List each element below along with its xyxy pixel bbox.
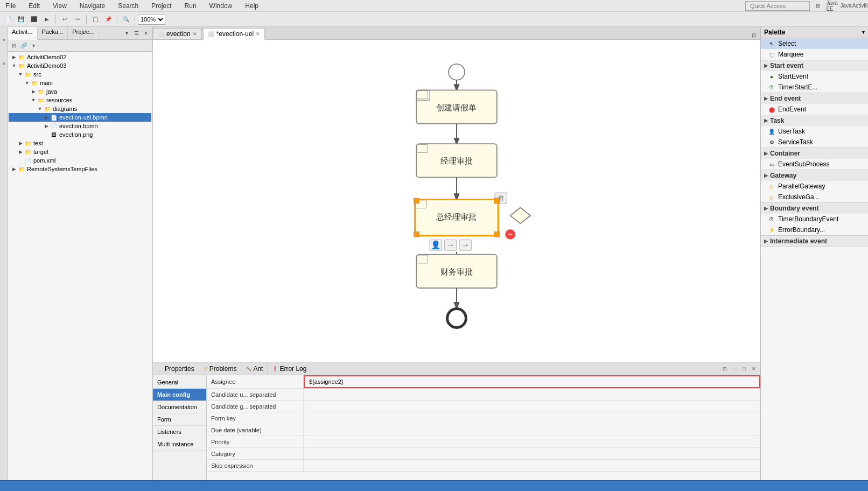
palette-item-exclusivegateway[interactable]: ◇ ExclusiveGa... <box>761 192 868 202</box>
panel-tab-project[interactable]: Projec... <box>68 27 99 39</box>
priority-input[interactable] <box>306 437 758 444</box>
prop-tab-ant[interactable]: 🔨 Ant <box>241 363 268 374</box>
palette-item-marquee[interactable]: ⬚ Marquee <box>761 49 868 60</box>
copy-btn[interactable]: 📋 <box>89 13 101 25</box>
toggle-evection-bpmn[interactable]: ▶ <box>43 123 50 129</box>
prop-value-category[interactable] <box>304 448 760 459</box>
palette-section-container-header[interactable]: ▶ Container <box>761 148 868 159</box>
palette-item-timerboundary[interactable]: ⏱ TimerBoundaryEvent <box>761 214 868 225</box>
end-event[interactable] <box>447 309 466 328</box>
prop-value-form-key[interactable] <box>304 412 760 424</box>
sidebar-icon-2[interactable]: ≡ <box>1 53 7 74</box>
menu-run[interactable]: Run <box>181 1 200 11</box>
prop-tab-problems[interactable]: ⚠ Problems <box>199 363 242 374</box>
tree-item-activitidemo03[interactable]: ▼ 📁 ActivitiDemo03 <box>9 61 151 70</box>
toggle-activitidemo02[interactable]: ▶ <box>11 54 17 60</box>
editor-tab-evection[interactable]: ⬜ evection ✕ <box>153 28 202 39</box>
panel-menu-btn[interactable]: ☰ <box>132 29 141 38</box>
prop-section-mainconfig[interactable]: Main config <box>153 389 206 401</box>
editor-tab-evection-uel[interactable]: ⬜ *evection-uel ✕ <box>203 28 265 40</box>
prop-value-candidate-users[interactable] <box>304 389 760 400</box>
palette-collapse-btn[interactable]: ▾ <box>862 30 865 35</box>
activiti-btn[interactable]: Activiti <box>854 0 866 12</box>
prop-section-multiinstance[interactable]: Multi instance <box>153 438 206 451</box>
palette-item-parallelgateway[interactable]: ◇ ParallelGateway <box>761 181 868 192</box>
editor-maximize-btn[interactable]: ⊡ <box>750 31 758 39</box>
candidate-users-input[interactable] <box>306 390 758 396</box>
palette-item-endevent[interactable]: ⬤ EndEvent <box>761 104 868 115</box>
undo-btn[interactable]: ↩ <box>59 13 71 25</box>
collapse-all-btn[interactable]: ⊟ <box>10 41 18 50</box>
java-btn[interactable]: Java <box>840 0 852 12</box>
tree-item-resources[interactable]: ▼ 📁 resources <box>9 96 151 104</box>
palette-item-timerstart[interactable]: ⏱ TimerStartE... <box>761 82 868 93</box>
start-event[interactable] <box>449 64 465 80</box>
tree-item-evection-png[interactable]: 🖼 evection.png <box>9 130 151 139</box>
tab-close-evection-uel[interactable]: ✕ <box>256 31 260 37</box>
prop-section-documentation[interactable]: Documentation <box>153 401 206 413</box>
form-key-input[interactable] <box>306 413 758 420</box>
canvas-area[interactable]: 创建请假单 经理审批 🗑 总经理审批 <box>153 40 760 362</box>
zoom-select[interactable]: 100% 75% 50% 150% 200% <box>138 14 165 25</box>
prop-value-skip-expression[interactable] <box>304 460 760 471</box>
tree-item-activitidemo02[interactable]: ▶ 📁 ActivitiDemo02 <box>9 53 151 61</box>
palette-item-servicetask[interactable]: ⚙ ServiceTask <box>761 137 868 148</box>
tab-close-evection[interactable]: ✕ <box>193 31 197 37</box>
due-date-input[interactable] <box>306 425 758 432</box>
prop-value-due-date[interactable] <box>304 424 760 436</box>
menu-edit[interactable]: Edit <box>25 1 43 11</box>
toggle-resources[interactable]: ▼ <box>30 97 37 103</box>
tree-item-main[interactable]: ▼ 📁 main <box>9 79 151 87</box>
palette-item-select[interactable]: ↖ Select <box>761 38 868 49</box>
redo-btn[interactable]: ↪ <box>72 13 83 25</box>
prop-section-general[interactable]: General <box>153 376 206 389</box>
toggle-src[interactable]: ▼ <box>17 72 24 77</box>
save-btn[interactable]: 💾 <box>15 13 27 25</box>
tree-item-remote[interactable]: ▶ 📁 RemoteSystemsTempFiles <box>9 165 151 173</box>
prop-action-maximize[interactable]: □ <box>740 364 748 373</box>
palette-item-errorboundary[interactable]: ⚡ ErrorBoundary... <box>761 225 868 235</box>
palette-section-task-header[interactable]: ▶ Task <box>761 115 868 126</box>
prop-tab-errorlog[interactable]: ❗ Error Log <box>268 363 311 374</box>
prop-section-form[interactable]: Form <box>153 413 206 426</box>
toggle-remote[interactable]: ▶ <box>11 166 17 172</box>
panel-close-btn[interactable]: ✕ <box>142 29 150 38</box>
menu-navigate[interactable]: Navigate <box>76 1 108 11</box>
palette-item-eventsubprocess[interactable]: ▭ EventSubProcess <box>761 159 868 170</box>
toggle-diagrams[interactable]: ▼ <box>37 106 43 111</box>
tree-item-pom[interactable]: 📄 pom.xml <box>9 156 151 165</box>
search-btn[interactable]: 🔍 <box>120 13 132 25</box>
java-ee-btn[interactable]: Java EE <box>826 0 838 12</box>
palette-item-usertask[interactable]: 👤 UserTask <box>761 126 868 137</box>
menu-file[interactable]: File <box>2 1 19 11</box>
prop-action-newwin[interactable]: ⊡ <box>720 364 729 373</box>
prop-value-priority[interactable] <box>304 436 760 447</box>
palette-section-start-header[interactable]: ▶ Start event <box>761 60 868 71</box>
palette-section-end-header[interactable]: ▶ End event <box>761 93 868 104</box>
prop-tab-properties[interactable]: ⬜ Properties <box>153 363 199 374</box>
panel-tab-activiti[interactable]: Activit... <box>8 27 38 40</box>
menu-project[interactable]: Project <box>148 1 174 11</box>
tree-item-java[interactable]: ▶ 📁 java <box>9 87 151 96</box>
menu-view[interactable]: View <box>50 1 70 11</box>
tree-item-src[interactable]: ▼ 📁 src <box>9 70 151 79</box>
panel-tab-package[interactable]: Packa... <box>38 27 68 39</box>
link-editor-btn[interactable]: 🔗 <box>19 41 28 50</box>
new-btn[interactable]: 📄 <box>2 13 14 25</box>
sidebar-icon-1[interactable]: ≡ <box>1 29 7 51</box>
quick-access-input[interactable] <box>745 1 810 11</box>
prop-value-assignee[interactable]: ${assignee2} <box>304 375 760 388</box>
candidate-groups-input[interactable] <box>306 402 758 408</box>
toggle-activitidemo03[interactable]: ▼ <box>11 63 17 68</box>
palette-section-gateway-header[interactable]: ▶ Gateway <box>761 170 868 181</box>
tree-item-target[interactable]: ▶ 📁 target <box>9 148 151 156</box>
category-input[interactable] <box>306 449 758 455</box>
toggle-target[interactable]: ▶ <box>17 149 24 155</box>
panel-view-menu-btn[interactable]: ▾ <box>29 41 38 50</box>
save-all-btn[interactable]: ⬛ <box>28 13 40 25</box>
prop-section-listeners[interactable]: Listeners <box>153 426 206 438</box>
prop-action-close[interactable]: ✕ <box>750 364 758 373</box>
panel-collapse-btn[interactable]: ▾ <box>122 29 131 38</box>
toggle-java[interactable]: ▶ <box>30 89 37 94</box>
skip-expression-input[interactable] <box>306 461 758 467</box>
